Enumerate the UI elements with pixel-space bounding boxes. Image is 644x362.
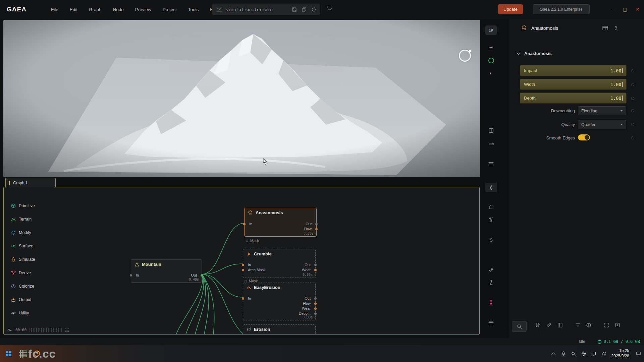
close-button[interactable]: ✕ xyxy=(631,7,644,12)
viewport-3d[interactable] xyxy=(3,20,480,177)
viewport-resolution-button[interactable]: 1K xyxy=(485,25,497,35)
search-button[interactable] xyxy=(512,321,527,332)
network-icon[interactable] xyxy=(579,351,589,356)
node-crumble[interactable]: Crumble In Area Mask Out Wear 0.00s xyxy=(243,249,316,278)
port-in[interactable]: In xyxy=(248,296,251,300)
save-copy-icon[interactable] xyxy=(302,7,307,12)
viewport-menu-icon[interactable] xyxy=(485,160,497,169)
downcutting-dropdown[interactable]: Flooding xyxy=(578,106,626,115)
port-area-mask[interactable]: Area Mask xyxy=(248,268,266,272)
port-depo[interactable]: Depo... xyxy=(299,311,311,315)
graph-tab[interactable]: Graph 1 xyxy=(5,178,56,187)
preview-sphere-icon[interactable] xyxy=(485,56,497,65)
node-mountain[interactable]: Mountain In Out 0.49s xyxy=(131,259,202,283)
start-button[interactable] xyxy=(6,351,11,356)
port-wear[interactable]: Wear xyxy=(302,306,311,310)
pin-width[interactable] xyxy=(631,83,634,86)
port-dot-depo[interactable] xyxy=(314,312,317,315)
menu-file[interactable]: File xyxy=(45,4,64,15)
port-flow[interactable]: Flow xyxy=(303,301,311,305)
minimize-button[interactable]: — xyxy=(606,7,619,12)
port-dot-flow[interactable] xyxy=(315,228,318,230)
project-filebox[interactable]: 1K simulation.terrain xyxy=(212,4,320,15)
collapse-panel-icon[interactable]: ❮ xyxy=(485,183,497,192)
sort-icon[interactable] xyxy=(535,322,540,328)
port-dot-area-mask[interactable] xyxy=(242,269,244,271)
panels-icon[interactable] xyxy=(485,126,497,135)
flask-icon[interactable] xyxy=(485,278,497,287)
mods-flask-icon[interactable] xyxy=(485,298,497,307)
pin-smooth-edges[interactable] xyxy=(631,136,634,139)
pin-quality[interactable] xyxy=(631,123,634,126)
menu-project[interactable]: Project xyxy=(157,4,182,15)
menu-node[interactable]: Node xyxy=(107,4,129,15)
timeline-scrubber[interactable] xyxy=(30,328,62,332)
save-icon[interactable] xyxy=(292,7,297,12)
port-dot-wear[interactable] xyxy=(314,307,317,310)
slider-depth[interactable]: Depth 1.00 xyxy=(520,93,627,104)
menu-tools[interactable]: Tools xyxy=(182,4,205,15)
shading-mode-icon[interactable]: ◐ xyxy=(485,68,497,78)
fit-view-icon[interactable] xyxy=(604,322,609,328)
display-icon[interactable] xyxy=(589,352,599,356)
duplicate-icon[interactable] xyxy=(485,202,497,212)
graph-canvas[interactable]: Primitive Terrain Modify Surface Simulat… xyxy=(3,187,480,335)
maximize-button[interactable]: ▢ xyxy=(619,7,631,12)
port-dot-out[interactable] xyxy=(314,297,317,300)
port-in[interactable]: In xyxy=(249,222,252,226)
port-out[interactable]: Out xyxy=(191,273,197,277)
microphone-icon[interactable] xyxy=(558,351,569,356)
port-dot-out[interactable] xyxy=(315,223,318,225)
pin-downcutting[interactable] xyxy=(631,109,634,112)
autosave-icon[interactable] xyxy=(311,7,316,12)
fullscreen-icon[interactable] xyxy=(615,322,620,328)
notifications-icon[interactable] xyxy=(633,351,644,356)
graph-timeline[interactable]: 00:00 xyxy=(7,328,69,332)
menu-graph[interactable]: Graph xyxy=(83,4,107,15)
port-dot-in[interactable] xyxy=(242,297,244,300)
port-dot-out[interactable] xyxy=(314,264,317,266)
port-wear[interactable]: Wear xyxy=(302,268,311,272)
viewport-compass[interactable] xyxy=(459,50,471,62)
port-in[interactable]: In xyxy=(136,273,139,277)
section-anastomosis[interactable]: Anastomosis xyxy=(517,51,552,56)
tray-clock[interactable]: 15:25 2025/9/28 xyxy=(611,348,629,359)
update-button[interactable]: Update xyxy=(498,4,523,14)
pin-impact[interactable] xyxy=(631,69,634,72)
inspector-icon[interactable] xyxy=(613,25,619,31)
edit-icon[interactable] xyxy=(546,322,552,328)
layout-icon[interactable] xyxy=(602,25,608,31)
measure-icon[interactable] xyxy=(485,139,497,148)
port-dot-in[interactable] xyxy=(243,223,246,225)
port-in[interactable]: In xyxy=(248,263,251,267)
port-dot-in[interactable] xyxy=(130,274,132,277)
smooth-edges-toggle[interactable] xyxy=(578,134,590,140)
version-button[interactable]: Gaea 2.2.1.0 Enterprise xyxy=(533,4,590,14)
menu-edit[interactable]: Edit xyxy=(64,4,83,15)
pin-depth[interactable] xyxy=(631,97,634,100)
slider-impact[interactable]: Impact 1.00 xyxy=(520,65,627,76)
port-out[interactable]: Out xyxy=(305,263,311,267)
node-anastomosis[interactable]: Anastomosis In Out Flow 0.30s xyxy=(244,208,317,237)
port-dot-in[interactable] xyxy=(242,264,244,266)
port-out[interactable]: Out xyxy=(305,296,311,300)
droplet-icon[interactable] xyxy=(485,235,497,245)
undo-icon[interactable] xyxy=(326,5,332,11)
node-erosion[interactable]: Erosion xyxy=(243,324,316,335)
port-out[interactable]: Out xyxy=(306,222,312,226)
tray-expand-icon[interactable] xyxy=(548,352,558,355)
columns-icon[interactable] xyxy=(557,322,563,328)
slider-width[interactable]: Width 1.00 xyxy=(520,79,627,90)
menu-preview[interactable]: Preview xyxy=(129,4,157,15)
volume-icon[interactable] xyxy=(599,352,609,356)
port-dot-flow[interactable] xyxy=(314,302,317,305)
port-dot-out[interactable] xyxy=(201,274,203,277)
contrast-icon[interactable] xyxy=(586,322,591,328)
timeline-grid-icon[interactable] xyxy=(65,328,69,332)
link-icon[interactable] xyxy=(485,265,497,274)
mask-port-anastomosis[interactable]: Mask xyxy=(246,239,259,243)
node-tree-icon[interactable] xyxy=(485,215,497,224)
quality-dropdown[interactable]: Quarter xyxy=(578,120,626,129)
filter-icon[interactable] xyxy=(575,322,581,328)
search-tray-icon[interactable] xyxy=(569,352,579,356)
